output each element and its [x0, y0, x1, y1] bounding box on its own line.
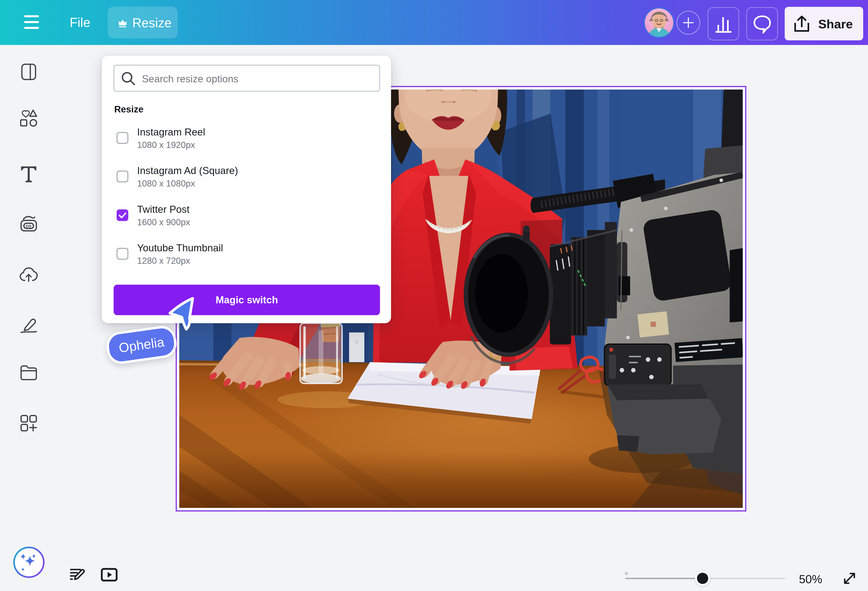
- svg-text:co: co: [26, 223, 31, 229]
